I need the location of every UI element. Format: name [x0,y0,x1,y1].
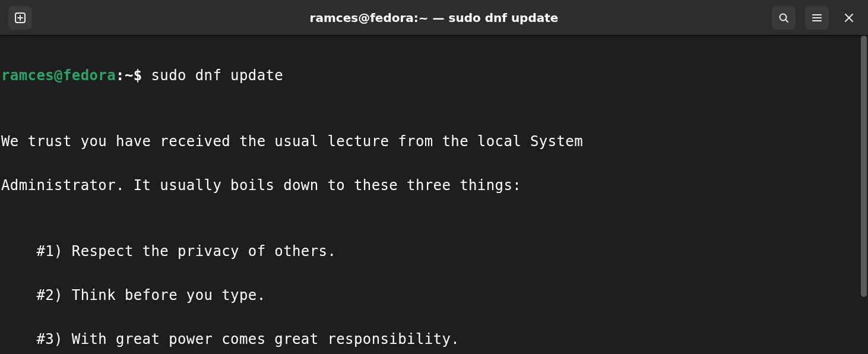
title-bar: ramces@fedora:~ — sudo dnf update [0,0,868,36]
prompt-user-host: ramces@fedora [1,67,116,84]
new-tab-button[interactable] [8,6,32,30]
new-tab-icon [14,12,26,24]
prompt-command: sudo dnf update [151,67,283,84]
search-icon [778,12,790,24]
prompt-line: ramces@fedora:~$ sudo dnf update [1,65,868,87]
search-button[interactable] [772,6,796,30]
output-line: Administrator. It usually boils down to … [1,175,868,197]
output-line: #2) Think before you type. [1,285,868,306]
terminal-output[interactable]: ramces@fedora:~$ sudo dnf update We trus… [0,36,868,354]
window-title: ramces@fedora:~ — sudo dnf update [0,11,868,25]
prompt-path: :~$ [116,67,151,84]
output-line: We trust you have received the usual lec… [1,131,868,153]
close-button[interactable] [838,6,860,30]
close-icon [844,13,854,23]
scrollbar[interactable] [860,36,868,354]
scrollbar-thumb[interactable] [861,36,867,297]
hamburger-icon [811,12,823,24]
menu-button[interactable] [805,6,829,30]
svg-line-4 [786,20,788,23]
output-line: #3) With great power comes great respons… [1,328,868,350]
output-line: #1) Respect the privacy of others. [1,241,868,263]
